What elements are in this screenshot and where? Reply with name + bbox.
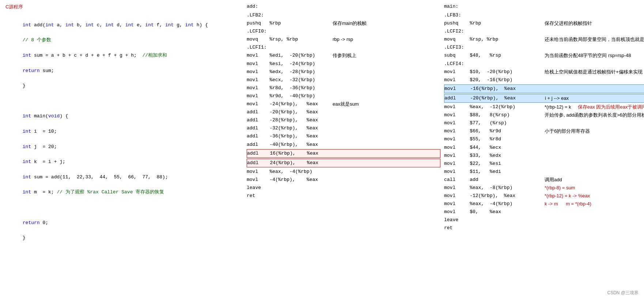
main-title: main: [444, 4, 458, 9]
asm-row: movl $11, %edi [444, 168, 644, 176]
asm-row: .LCFI1: [247, 43, 440, 52]
asm-row: movl %ecx, -32(%rbp) [247, 76, 440, 84]
asm-row: addl -32(%rbp), %eax [247, 124, 440, 132]
asm-row-highlight-blue: addl -20(%rbp), %eax i + j --> eax [444, 94, 644, 103]
asm-row-highlight-blue: movl -16(%rbp), %eax [444, 84, 644, 93]
asm-row: movl -12(%rbp), %eax *(rbp-12) = k -> %e… [444, 192, 644, 200]
asm-row: addl -28(%rbp), %eax [247, 116, 440, 124]
asm-row: movl $10, -20(%rbp) 给栈上空间赋值都是通过栈帧指针+偏移来实… [444, 68, 644, 76]
asm-row: addl -40(%rbp), %eax [247, 141, 440, 149]
asm-row: call add 调用add [444, 176, 644, 184]
asm-row: ret [247, 192, 440, 200]
asm-row: .LFB3: [444, 11, 644, 19]
asm-row: movl -4(%rbp), %eax [247, 176, 440, 184]
asm-row: movl %r9d, -40(%rbp) [247, 92, 440, 100]
asm-row-highlight-red: addl 24(%rbp), %eax [247, 159, 440, 167]
left-panel-title: C源程序 [5, 4, 239, 10]
asm-row: subq $48, %rsp 为当前函数分配48字节的空间 rsp=rsp-48 [444, 52, 644, 60]
add-title: add: [247, 4, 258, 9]
asm-row: movl %eax, -4(%rbp) [247, 168, 440, 176]
asm-row: movl $20, -16(%rbp) [444, 76, 644, 84]
asm-row: movq %rsp, %rbp 还未给当前函数局部变量空间，当前栈顶也就是子进程… [444, 35, 644, 43]
asm-row: movl $77, (%rsp) [444, 119, 644, 127]
asm-row: movl $33, %edx [444, 152, 644, 160]
asm-row: .LCFI0: [247, 27, 440, 35]
footer-credit: CSDN @三境界 [607, 290, 639, 296]
asm-row: movl %esi, -24(%rbp) [247, 60, 440, 68]
asm-row: .LFB2: [247, 11, 440, 19]
asm-row: pushq %rbp 保存main的栈帧 [247, 19, 440, 27]
page-container: C源程序 int add(int a, int b, int c, int d,… [5, 4, 639, 250]
asm-row: movl %r8d, -36(%rbp) [247, 84, 440, 92]
asm-row: movl $0, %eax [444, 208, 644, 216]
asm-row: movl %edi, -20(%rbp) 传参到栈上 [247, 52, 440, 60]
asm-row: movq %rsp, %rbp rbp -> rsp [247, 35, 440, 43]
asm-row: addl -36(%rbp), %eax [247, 132, 440, 140]
asm-row: movl $22, %esi [444, 160, 644, 168]
asm-row: leave [444, 216, 644, 224]
asm-row: movl $44, %ecx [444, 144, 644, 152]
middle-panel: add: .LFB2: pushq %rbp 保存main的栈帧 .LCFI0:… [247, 4, 444, 250]
asm-row: .LCFI4: [444, 60, 644, 68]
asm-row: movl -24(%rbp), %eax eax就是sum [247, 100, 440, 108]
asm-row: pushq %rbp 保存父进程的栈帧指针 [444, 19, 644, 27]
left-panel: C源程序 int add(int a, int b, int c, int d,… [5, 4, 247, 250]
asm-row: movl %eax, -4(%rbp) k -> m m = *(rbp-4) [444, 200, 644, 208]
add-asm-section: .LFB2: pushq %rbp 保存main的栈帧 .LCFI0: movq… [247, 11, 440, 200]
asm-row: movl %edx, -28(%rbp) [247, 68, 440, 76]
asm-row: movl $66, %r9d 小于6的部分用寄存器 [444, 127, 644, 135]
asm-row: movl $55, %r8d [444, 135, 644, 143]
asm-row: addl -20(%rbp), %eax [247, 108, 440, 116]
asm-row: movl $88, 8(%rsp) 开始传参, add函数的参数列表长度>6的部… [444, 111, 644, 119]
asm-row: movl %eax, -12(%rbp) *(rbp-12) = k 保存eax… [444, 103, 644, 111]
right-panel: main: .LFB3: pushq %rbp 保存父进程的栈帧指针 .LCFI… [444, 4, 644, 250]
asm-row: movl %eax, -8(%rbp) *(rbp-8) = sum [444, 184, 644, 192]
c-source-code: int add(int a, int b, int c, int d, int … [5, 14, 239, 250]
asm-row: leave [247, 184, 440, 192]
asm-row-highlight-red: addl 16(%rbp), %eax [247, 149, 440, 158]
asm-row: ret [444, 224, 644, 232]
asm-row: .LCFI3: [444, 43, 644, 52]
main-asm-section: .LFB3: pushq %rbp 保存父进程的栈帧指针 .LCFI2: mov… [444, 11, 644, 232]
asm-row: .LCFI2: [444, 27, 644, 35]
